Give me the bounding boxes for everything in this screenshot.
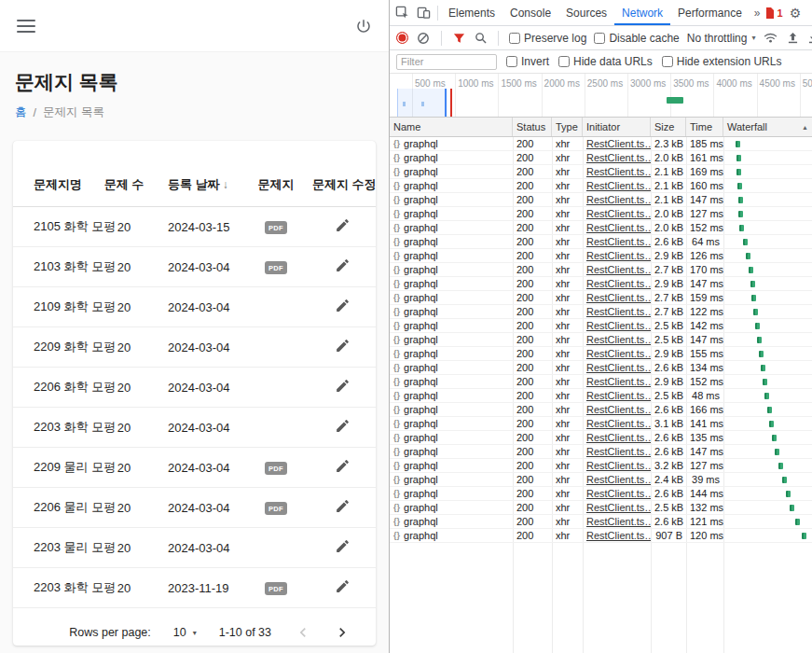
more-tabs-icon[interactable]: » (750, 7, 765, 20)
network-request-row[interactable]: {}graphql200xhrRestClient.ts…2.9 kB147 m… (390, 277, 812, 291)
header-waterfall[interactable]: Waterfall▲ (723, 118, 812, 136)
network-request-row[interactable]: {}graphql200xhrRestClient.ts…2.1 kB160 m… (390, 179, 812, 193)
network-request-row[interactable]: {}graphql200xhrRestClient.ts…2.1 kB147 m… (390, 193, 812, 207)
request-initiator[interactable]: RestClient.ts… (583, 291, 651, 304)
request-name[interactable]: {}graphql (390, 235, 513, 248)
request-initiator[interactable]: RestClient.ts… (583, 361, 651, 374)
request-name[interactable]: {}graphql (390, 431, 513, 444)
network-request-row[interactable]: {}graphql200xhrRestClient.ts…2.0 kB152 m… (390, 221, 812, 235)
header-name[interactable]: Name (390, 118, 513, 136)
request-initiator[interactable]: RestClient.ts… (583, 207, 651, 220)
tab-console[interactable]: Console (502, 0, 558, 25)
export-har-icon[interactable] (806, 27, 812, 49)
request-initiator[interactable]: RestClient.ts… (583, 277, 651, 290)
invert-input[interactable] (506, 56, 517, 67)
preserve-log-input[interactable] (509, 33, 520, 44)
request-name[interactable]: {}graphql (390, 389, 513, 402)
request-name[interactable]: {}graphql (390, 529, 513, 542)
edit-pencil-icon[interactable] (335, 338, 351, 354)
edit-pencil-icon[interactable] (335, 498, 351, 514)
request-name[interactable]: {}graphql (390, 277, 513, 290)
request-name[interactable]: {}graphql (390, 319, 513, 332)
request-initiator[interactable]: RestClient.ts… (583, 319, 651, 332)
request-initiator[interactable]: RestClient.ts… (583, 487, 651, 500)
request-initiator[interactable]: RestClient.ts… (583, 403, 651, 416)
pdf-icon[interactable]: PDF (265, 502, 287, 516)
breadcrumb-home-link[interactable]: 홈 (15, 104, 27, 120)
network-request-row[interactable]: {}graphql200xhrRestClient.ts…2.6 kB121 m… (390, 515, 812, 529)
request-name[interactable]: {}graphql (390, 179, 513, 192)
network-request-row[interactable]: {}graphql200xhrRestClient.ts…2.9 kB126 m… (390, 249, 812, 263)
search-icon[interactable] (474, 27, 488, 49)
hide-extension-urls-input[interactable] (662, 56, 673, 67)
invert-checkbox[interactable]: Invert (506, 55, 549, 68)
network-request-row[interactable]: {}graphql200xhrRestClient.ts…2.3 kB185 m… (390, 137, 812, 151)
request-initiator[interactable]: RestClient.ts… (583, 389, 651, 402)
request-initiator[interactable]: RestClient.ts… (583, 235, 651, 248)
request-initiator[interactable]: RestClient.ts… (583, 165, 651, 178)
edit-pencil-icon[interactable] (335, 458, 351, 474)
request-initiator[interactable]: RestClient.ts… (583, 333, 651, 346)
filter-funnel-icon[interactable] (452, 27, 466, 49)
request-name[interactable]: {}graphql (390, 165, 513, 178)
throttling-select[interactable]: No throttling▾ (687, 32, 756, 45)
network-request-row[interactable]: {}graphql200xhrRestClient.ts…2.5 kB48 ms (390, 389, 812, 403)
request-name[interactable]: {}graphql (390, 193, 513, 206)
header-size[interactable]: Size (651, 118, 686, 136)
network-request-row[interactable]: {}graphql200xhrRestClient.ts…907 B120 ms (390, 529, 812, 543)
network-request-row[interactable]: {}graphql200xhrRestClient.ts…3.2 kB127 m… (390, 459, 812, 473)
tab-sources[interactable]: Sources (558, 0, 614, 25)
edit-pencil-icon[interactable] (335, 378, 351, 394)
network-request-row[interactable]: {}graphql200xhrRestClient.ts…2.6 kB135 m… (390, 431, 812, 445)
network-request-row[interactable]: {}graphql200xhrRestClient.ts…2.9 kB155 m… (390, 347, 812, 361)
network-request-row[interactable]: {}graphql200xhrRestClient.ts…2.6 kB144 m… (390, 487, 812, 501)
request-initiator[interactable]: RestClient.ts… (583, 501, 651, 514)
request-name[interactable]: {}graphql (390, 305, 513, 318)
edit-pencil-icon[interactable] (335, 578, 351, 594)
edit-pencil-icon[interactable] (335, 257, 351, 273)
request-initiator[interactable]: RestClient.ts… (583, 151, 651, 164)
next-page-button[interactable] (333, 623, 351, 642)
request-initiator[interactable]: RestClient.ts… (583, 375, 651, 388)
request-name[interactable]: {}graphql (390, 417, 513, 430)
request-initiator[interactable]: RestClient.ts… (583, 193, 651, 206)
network-request-row[interactable]: {}graphql200xhrRestClient.ts…2.5 kB147 m… (390, 333, 812, 347)
network-request-row[interactable]: {}graphql200xhrRestClient.ts…2.6 kB64 ms (390, 235, 812, 249)
pdf-icon[interactable]: PDF (265, 582, 287, 596)
network-request-row[interactable]: {}graphql200xhrRestClient.ts…2.9 kB152 m… (390, 375, 812, 389)
edit-pencil-icon[interactable] (335, 538, 351, 554)
network-request-row[interactable]: {}graphql200xhrRestClient.ts…3.1 kB141 m… (390, 417, 812, 431)
request-name[interactable]: {}graphql (390, 403, 513, 416)
header-time[interactable]: Time (686, 118, 723, 136)
pdf-icon[interactable]: PDF (265, 221, 287, 235)
request-name[interactable]: {}graphql (390, 487, 513, 500)
request-name[interactable]: {}graphql (390, 347, 513, 360)
header-type[interactable]: Type (552, 118, 583, 136)
error-badge[interactable]: 1 (765, 7, 783, 19)
request-initiator[interactable]: RestClient.ts… (583, 529, 651, 542)
filter-input[interactable] (396, 54, 497, 70)
request-initiator[interactable]: RestClient.ts… (583, 179, 651, 192)
request-name[interactable]: {}graphql (390, 361, 513, 374)
network-request-row[interactable]: {}graphql200xhrRestClient.ts…2.7 kB159 m… (390, 291, 812, 305)
kebab-menu-icon[interactable]: ⋮ (807, 7, 812, 20)
network-request-row[interactable]: {}graphql200xhrRestClient.ts…2.4 kB39 ms (390, 473, 812, 487)
request-initiator[interactable]: RestClient.ts… (583, 445, 651, 458)
settings-gear-icon[interactable]: ⚙ (790, 7, 802, 20)
request-name[interactable]: {}graphql (390, 375, 513, 388)
header-paper-date[interactable]: 등록 날짜↓ (150, 167, 243, 207)
network-request-row[interactable]: {}graphql200xhrRestClient.ts…2.0 kB161 m… (390, 151, 812, 165)
network-request-row[interactable]: {}graphql200xhrRestClient.ts…2.7 kB122 m… (390, 305, 812, 319)
network-request-row[interactable]: {}graphql200xhrRestClient.ts…2.1 kB169 m… (390, 165, 812, 179)
request-name[interactable]: {}graphql (390, 249, 513, 262)
request-name[interactable]: {}graphql (390, 151, 513, 164)
timeline-overview[interactable]: 500 ms1000 ms1500 ms2000 ms2500 ms3000 m… (390, 74, 812, 118)
edit-pencil-icon[interactable] (335, 217, 351, 233)
request-name[interactable]: {}graphql (390, 291, 513, 304)
request-name[interactable]: {}graphql (390, 221, 513, 234)
request-initiator[interactable]: RestClient.ts… (583, 347, 651, 360)
request-initiator[interactable]: RestClient.ts… (583, 431, 651, 444)
request-initiator[interactable]: RestClient.ts… (583, 249, 651, 262)
request-initiator[interactable]: RestClient.ts… (583, 515, 651, 528)
request-initiator[interactable]: RestClient.ts… (583, 221, 651, 234)
